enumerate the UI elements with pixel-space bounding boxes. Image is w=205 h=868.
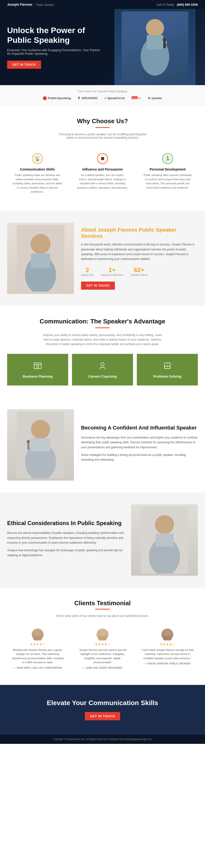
footer: Copyright © domainname.com. All Rights R…: [0, 735, 205, 744]
svg-text:🏃: 🏃: [165, 156, 171, 161]
service-problems-solving[interactable]: Problems Solving: [137, 354, 198, 385]
testimonial-author-1: — John Smith, CEO, SKY Corporation: [11, 666, 65, 669]
testimonial-author-3: — Sarah Johnson, Public Speaker: [140, 662, 194, 665]
partner-speeko: ≋ speeko: [148, 96, 162, 100]
stars-3: ★★★★☆: [140, 642, 194, 646]
hero-subtitle: Empower Your Audience with Engaging Pres…: [7, 48, 103, 55]
ethical-content: Ethical Considerations In Public Speakin…: [7, 519, 124, 560]
stat-clients-label: Satisfied Clients: [131, 274, 148, 276]
svg-point-39: [98, 636, 107, 641]
cta-button[interactable]: GET IN TOUCH: [85, 712, 120, 720]
partner-speakcircle: ● SpeakCircle: [104, 96, 125, 100]
service-careers-coaching[interactable]: Careers Coaching: [72, 354, 133, 385]
stat-experience: 1+ Experience Members: [101, 266, 123, 276]
site-name: Joseph Fiennes - Public Speaker: [7, 3, 54, 6]
svg-rect-18: [31, 253, 50, 268]
svg-point-40: [164, 630, 170, 636]
hero-content: Unlock the Power of Public Speaking Empo…: [7, 26, 103, 69]
comm-divider: [95, 328, 110, 328]
communication-title: Communication: The Speaker's Advantage: [7, 318, 198, 325]
service-business-title: Business Planning: [12, 375, 63, 378]
svg-rect-30: [27, 442, 29, 450]
service-careers-title: Careers Coaching: [77, 375, 128, 378]
avatar-2: [97, 628, 108, 641]
service-business-planning[interactable]: Business Planning: [7, 354, 68, 385]
svg-rect-35: [155, 533, 174, 547]
stat-awards: 2 Awards Win: [81, 266, 94, 276]
ethical-para2: Analyze how technology has changed the l…: [7, 548, 124, 558]
partner-publicspeaking: PublicSpeaking: [43, 96, 71, 100]
header-branding: Joseph Fiennes - Public Speaker: [7, 2, 54, 7]
communication-icon: 📡: [31, 153, 43, 164]
cta-title: Elevate Your Communication Skills: [7, 699, 198, 707]
testimonial-author-2: — Jane Doe, Event Organizer: [76, 666, 129, 669]
confident-title: Becoming A Confident And Influential Spe…: [81, 425, 198, 431]
testimonial-2: ★★★★☆ "Joseph Fiennes keynote speech was…: [72, 625, 133, 673]
business-planning-icon: [12, 361, 63, 372]
testimonials-title: Clients Testimonial: [7, 599, 198, 607]
svg-point-37: [33, 636, 42, 641]
test-divider: [95, 609, 110, 610]
svg-point-31: [27, 440, 30, 443]
svg-text:Speak: Speak: [132, 97, 138, 99]
partner-speakup: SpeakUp: [132, 96, 141, 101]
hero-image-area: [114, 9, 196, 85]
hero-cta-button[interactable]: GET IN TOUCH: [7, 61, 41, 69]
stars-2: ★★★★☆: [76, 642, 129, 646]
svg-point-5: [162, 38, 166, 42]
partners-section: Your Partner for Impactful Public Speaki…: [0, 85, 205, 105]
confident-content: Becoming A Confident And Influential Spe…: [81, 425, 198, 465]
stat-clients: 62+ Satisfied Clients: [131, 266, 148, 276]
svg-point-27: [31, 420, 50, 439]
feature-communication-desc: Public speaking helps you develop and re…: [12, 173, 63, 194]
avatar-3: [161, 628, 173, 641]
about-image: [7, 223, 74, 294]
svg-point-21: [36, 366, 39, 368]
personal-dev-icon: 🏃: [162, 153, 174, 164]
about-section: About Joseph Fiennes Public Speaker Serv…: [0, 211, 205, 306]
testimonial-text-1: Working with Joseph Fiennes was a game-c…: [11, 648, 65, 665]
confident-para1: Summarize the key takeaways from your pr…: [81, 435, 198, 450]
svg-point-36: [35, 630, 41, 636]
feature-personal-title: Personal Development: [142, 167, 193, 171]
communication-subtitle: Improve your ability to convey ideas cle…: [43, 333, 162, 347]
svg-point-41: [163, 636, 172, 641]
feature-personal: 🏃 Personal Development Public speaking o…: [137, 148, 198, 199]
svg-text:Up: Up: [138, 97, 140, 99]
problems-solving-icon: [142, 361, 193, 372]
testimonial-1: ★★★★☆ Working with Joseph Fiennes was a …: [7, 625, 68, 673]
why-choose-subtitle: Choosing to become a public speaker can …: [55, 133, 150, 140]
ethical-title: Ethical Considerations In Public Speakin…: [7, 519, 124, 527]
features-list: 📡 Communication Skills Public speaking h…: [7, 148, 198, 199]
why-choose-title: Why Choose Us?: [7, 118, 198, 125]
ethical-person-svg: [140, 507, 188, 574]
svg-point-16: [30, 234, 51, 254]
about-cta-button[interactable]: GET IN TOUCH: [81, 282, 115, 290]
confident-image: [7, 409, 74, 480]
confident-person-svg: [17, 412, 65, 478]
about-title: About Joseph Fiennes Public Speaker Serv…: [81, 227, 198, 239]
testimonial-cards-list: ★★★★☆ Working with Joseph Fiennes was a …: [7, 625, 198, 673]
testimonial-text-2: "Joseph Fiennes keynote speech was the h…: [76, 648, 129, 665]
feature-influence-desc: As a skilled speaker, you can inspire, i…: [77, 173, 128, 190]
service-problems-title: Problems Solving: [142, 375, 193, 378]
service-cards: Business Planning Careers Coaching Probl…: [7, 354, 198, 385]
partners-logos: PublicSpeaking 🎙 SPEAKING ● SpeakCircle …: [7, 96, 198, 101]
feature-personal-desc: Public speaking often requires individua…: [142, 173, 193, 190]
hero-title: Unlock the Power of Public Speaking: [7, 26, 103, 45]
influence-icon: ✖: [97, 153, 108, 164]
svg-rect-29: [31, 438, 50, 452]
feature-influence: ✖ Influence and Persuasion As a skilled …: [72, 148, 132, 199]
confident-section: Becoming A Confident And Influential Spe…: [0, 397, 205, 493]
svg-point-22: [101, 363, 104, 366]
careers-coaching-icon: [77, 361, 128, 372]
title-divider: [95, 127, 110, 128]
about-person-svg: [17, 225, 65, 291]
hero-section: Unlock the Power of Public Speaking Empo…: [0, 9, 205, 85]
why-choose-section: Why Choose Us? Choosing to become a publ…: [0, 105, 205, 211]
partner-speaking: 🎙 SPEAKING: [77, 96, 98, 100]
testimonial-text-3: "I can't thank Joseph Fiennes enough for…: [140, 648, 194, 661]
testimonials-section: Clients Testimonial Here's what some of …: [0, 588, 205, 685]
feature-influence-title: Influence and Persuasion: [77, 167, 128, 171]
avatar-1: [32, 628, 44, 641]
